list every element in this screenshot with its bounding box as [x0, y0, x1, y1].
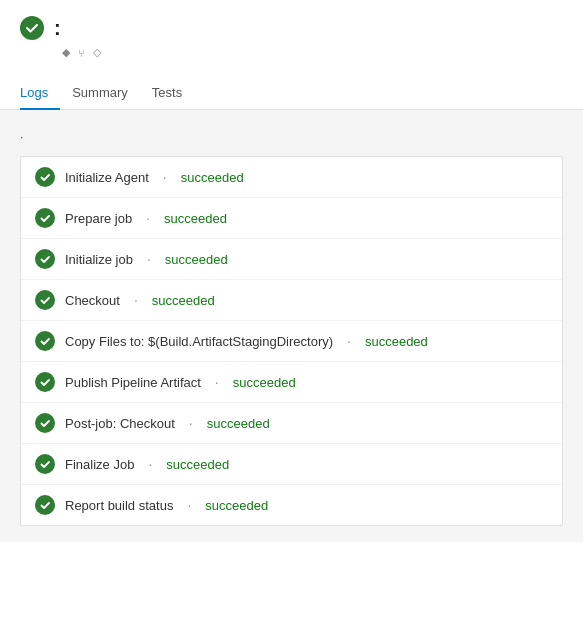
step-name: Report build status: [65, 498, 173, 513]
tab-logs[interactable]: Logs: [20, 77, 60, 110]
step-success-icon: [35, 413, 55, 433]
step-item[interactable]: Finalize Job·succeeded: [21, 444, 562, 485]
step-name: Prepare job: [65, 211, 132, 226]
step-separator: ·: [134, 292, 138, 308]
step-separator: ·: [147, 251, 151, 267]
tab-tests[interactable]: Tests: [152, 77, 194, 110]
step-status: succeeded: [181, 170, 244, 185]
step-item[interactable]: Publish Pipeline Artifact·succeeded: [21, 362, 562, 403]
step-success-icon: [35, 454, 55, 474]
step-status: succeeded: [152, 293, 215, 308]
step-status: succeeded: [365, 334, 428, 349]
step-separator: ·: [187, 497, 191, 513]
step-name: Finalize Job: [65, 457, 134, 472]
job-header: ·: [20, 130, 563, 144]
page-container: : ◆ ⑂ ◇ Logs Summary Tests ·: [0, 0, 583, 623]
step-name: Initialize job: [65, 252, 133, 267]
step-status: succeeded: [205, 498, 268, 513]
step-separator: ·: [163, 169, 167, 185]
step-success-icon: [35, 331, 55, 351]
step-success-icon: [35, 167, 55, 187]
title-row: :: [20, 16, 563, 40]
step-item[interactable]: Copy Files to: $(Build.ArtifactStagingDi…: [21, 321, 562, 362]
step-name: Publish Pipeline Artifact: [65, 375, 201, 390]
tabs-bar: Logs Summary Tests: [0, 77, 583, 110]
step-separator: ·: [215, 374, 219, 390]
main-content: · Initialize Agent·succeededPrepare job·…: [0, 110, 583, 542]
step-success-icon: [35, 208, 55, 228]
step-name: Checkout: [65, 293, 120, 308]
pool-info: ·: [20, 130, 563, 144]
step-separator: ·: [347, 333, 351, 349]
header: : ◆ ⑂ ◇: [0, 0, 583, 67]
step-status: succeeded: [233, 375, 296, 390]
step-name: Post-job: Checkout: [65, 416, 175, 431]
step-separator: ·: [148, 456, 152, 472]
step-item[interactable]: Checkout·succeeded: [21, 280, 562, 321]
step-status: succeeded: [165, 252, 228, 267]
step-success-icon: [35, 495, 55, 515]
step-item[interactable]: Initialize job·succeeded: [21, 239, 562, 280]
run-status-icon: [20, 16, 44, 40]
step-success-icon: [35, 290, 55, 310]
step-name: Initialize Agent: [65, 170, 149, 185]
step-item[interactable]: Prepare job·succeeded: [21, 198, 562, 239]
step-separator: ·: [146, 210, 150, 226]
step-success-icon: [35, 249, 55, 269]
separator: ·: [20, 130, 23, 144]
step-item[interactable]: Report build status·succeeded: [21, 485, 562, 525]
branch-icon: ⑂: [78, 47, 85, 59]
step-status: succeeded: [164, 211, 227, 226]
tab-summary[interactable]: Summary: [72, 77, 140, 110]
run-subtitle: ◆ ⑂ ◇: [54, 46, 563, 59]
step-status: succeeded: [166, 457, 229, 472]
step-separator: ·: [189, 415, 193, 431]
steps-list: Initialize Agent·succeededPrepare job·su…: [20, 156, 563, 526]
step-success-icon: [35, 372, 55, 392]
step-item[interactable]: Post-job: Checkout·succeeded: [21, 403, 562, 444]
step-name: Copy Files to: $(Build.ArtifactStagingDi…: [65, 334, 333, 349]
project-icon: ◆: [62, 46, 70, 59]
page-title: :: [54, 17, 61, 40]
step-status: succeeded: [207, 416, 270, 431]
commit-icon: ◇: [93, 46, 101, 59]
step-item[interactable]: Initialize Agent·succeeded: [21, 157, 562, 198]
